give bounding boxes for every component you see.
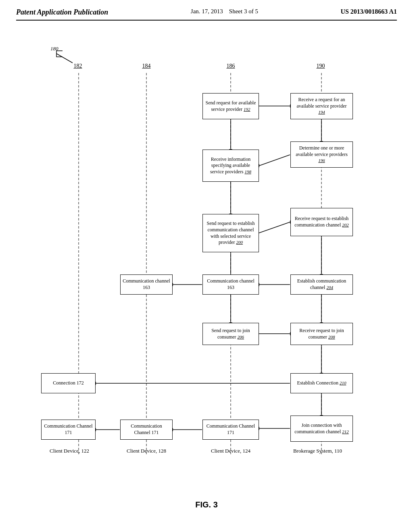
box-196: Determine one or more available service …	[290, 141, 353, 168]
sheet-info: Sheet 3 of 5	[229, 8, 258, 15]
box-171b: Communication Channel 171	[120, 420, 173, 440]
col-182-label: 182	[60, 63, 96, 69]
publication-type: Patent Application Publication	[16, 8, 108, 17]
box-163a: Communication channel 163	[120, 274, 173, 295]
col-184-label: 184	[128, 63, 165, 69]
box-204: Establish communication channel 204	[290, 274, 353, 295]
box-192: Send request for available service provi…	[202, 93, 259, 119]
box-210: Establish Connection 210	[290, 373, 353, 393]
diagram-area: 180 182 184 186 190 Send request for ava…	[16, 29, 397, 496]
box-163b: Communication channel 163	[202, 274, 259, 295]
publication-date-sheet: Jan. 17, 2013 Sheet 3 of 5	[191, 8, 258, 15]
box-172: Connection 172	[41, 373, 96, 393]
patent-number: US 2013/0018663 A1	[340, 8, 397, 15]
box-206: Send request to join consumer 206	[202, 323, 259, 345]
box-171a: Communication Channel 171	[41, 420, 96, 440]
bottom-label-cd128: Client Device, 128	[120, 448, 173, 454]
publication-date: Jan. 17, 2013	[191, 8, 223, 15]
page: Patent Application Publication Jan. 17, …	[0, 0, 413, 532]
bottom-label-cd122: Client Device, 122	[41, 448, 98, 454]
box-202: Receive request to establish communicati…	[290, 208, 353, 236]
bottom-label-bs110: Brokerage System, 110	[282, 448, 353, 454]
svg-line-9	[259, 155, 290, 166]
col-186-label: 186	[213, 63, 249, 69]
box-212: Join connection with communication chann…	[290, 416, 353, 442]
diagram-id-label: 180	[50, 46, 58, 52]
bottom-label-cd124: Client Device, 124	[202, 448, 259, 454]
box-208: Receive request to join consumer 208	[290, 323, 353, 345]
page-header: Patent Application Publication Jan. 17, …	[16, 8, 397, 21]
box-198: Receive information specifying available…	[202, 150, 259, 182]
fig-caption: FIG. 3	[16, 500, 397, 509]
svg-line-0	[56, 54, 73, 63]
box-171c: Communication Channel 171	[202, 420, 259, 440]
box-200: Send request to establish communication …	[202, 214, 259, 252]
col-190-label: 190	[302, 63, 339, 69]
svg-line-13	[259, 222, 290, 233]
box-194: Receive a request for an available servi…	[290, 93, 353, 119]
